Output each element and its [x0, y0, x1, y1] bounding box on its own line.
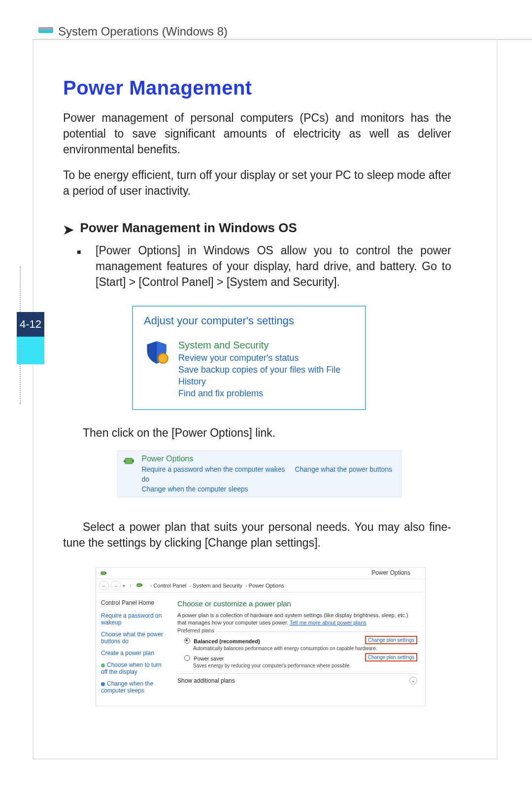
shield-icon	[144, 339, 169, 365]
show-additional-plans[interactable]: Show additional plans	[177, 677, 235, 684]
page-title: Power Management	[63, 77, 451, 99]
svg-rect-5	[105, 572, 106, 574]
svg-rect-6	[137, 584, 141, 587]
plan-balanced-name: Balanced (recommended)	[194, 638, 260, 644]
intro-para-1: Power management of personal computers (…	[63, 110, 451, 157]
heading-arrow-icon: ➤	[63, 222, 74, 238]
category-link[interactable]: System and Security	[178, 339, 354, 351]
moon-icon	[101, 682, 105, 686]
radio-powersaver[interactable]	[184, 655, 190, 661]
section-heading: ➤ Power Management in Windows OS	[63, 220, 451, 238]
nav-back-button[interactable]: ←	[99, 581, 109, 590]
preferred-plans-legend: Preferred plans	[177, 627, 216, 633]
svg-rect-1	[125, 458, 133, 464]
power-options-window: Power Options ← → ▾ ↑ ›Control Panel ›Sy…	[96, 567, 426, 706]
body-after-fig2: Select a power plan that suits your pers…	[63, 519, 451, 551]
power-sublink-a[interactable]: Require a password when the computer wak…	[141, 465, 285, 473]
chapter-title: System Operations (Windows 8)	[58, 25, 228, 38]
sidebar-link-5[interactable]: Change when the computer sleeps	[101, 680, 167, 694]
nav-up-button[interactable]: ↑	[127, 582, 134, 589]
sidebar-link-3[interactable]: Create a power plan	[101, 650, 167, 657]
change-plan-2[interactable]: Change plan settings	[365, 653, 417, 661]
category-sublink-2[interactable]: Save backup copies of your files with Fi…	[178, 364, 354, 387]
plan-saver-name: Power saver	[194, 656, 224, 661]
margin-dots-bottom	[20, 345, 21, 404]
main-heading: Choose or customize a power plan	[177, 599, 417, 608]
category-sublink-3[interactable]: Find and fix problems	[178, 387, 354, 399]
window-battery-icon	[100, 569, 108, 577]
svg-rect-7	[141, 584, 142, 586]
plan-saver-sub: Saves energy by reducing your computer's…	[193, 663, 417, 668]
tell-more-link[interactable]: Tell me more about power plans	[290, 620, 366, 625]
sidebar-link-4[interactable]: Choose when to turn off the display	[101, 661, 167, 675]
plan-balanced-sub: Automatically balances performance with …	[193, 646, 417, 651]
page-number-tab: 4-12	[17, 312, 44, 364]
breadcrumb[interactable]: ›Control Panel ›System and Security ›Pow…	[149, 583, 284, 589]
nav-fwd-button[interactable]: →	[111, 581, 121, 590]
section-heading-text: Power Management in Windows OS	[80, 220, 297, 235]
sidebar: Control Panel Home Require a password on…	[96, 592, 172, 706]
change-plan-1[interactable]: Change plan settings	[365, 636, 417, 644]
body-after-fig1: Then click on the [Power Options] link.	[63, 425, 451, 441]
sidebar-link-1[interactable]: Require a password on wakeup	[101, 612, 167, 626]
svg-point-0	[158, 354, 168, 364]
power-sublink-c[interactable]: Change when the computer sleeps	[141, 484, 396, 494]
crumb-battery-icon	[136, 581, 144, 590]
main-description: A power plan is a collection of hardware…	[177, 612, 417, 626]
category-sublink-1[interactable]: Review your computer's status	[178, 352, 354, 364]
sidebar-link-2[interactable]: Choose what the power buttons do	[101, 631, 167, 645]
window-main: Choose or customize a power plan A power…	[172, 592, 425, 706]
svg-rect-2	[133, 460, 134, 463]
svg-rect-3	[124, 461, 126, 462]
header-accent	[38, 27, 53, 33]
control-panel-heading: Adjust your computer's settings	[144, 314, 354, 327]
window-title: Power Options	[371, 569, 410, 576]
power-options-strip: Power Options Require a password when th…	[117, 451, 401, 497]
display-icon	[101, 663, 105, 667]
svg-rect-4	[101, 572, 105, 575]
sidebar-home[interactable]: Control Panel Home	[101, 599, 167, 606]
battery-icon	[123, 454, 136, 469]
chevron-down-icon[interactable]: ⌄	[409, 677, 417, 685]
power-options-link[interactable]: Power Options	[141, 454, 396, 464]
intro-para-2: To be energy efficient, turn off your di…	[63, 167, 451, 199]
page-number: 4-12	[20, 318, 41, 331]
control-panel-tile: Adjust your computer's settings System a…	[132, 306, 366, 410]
page-tab-accent	[17, 337, 44, 364]
radio-balanced[interactable]	[184, 638, 190, 644]
bullet-item: [Power Options] in Windows OS allow you …	[77, 243, 451, 290]
